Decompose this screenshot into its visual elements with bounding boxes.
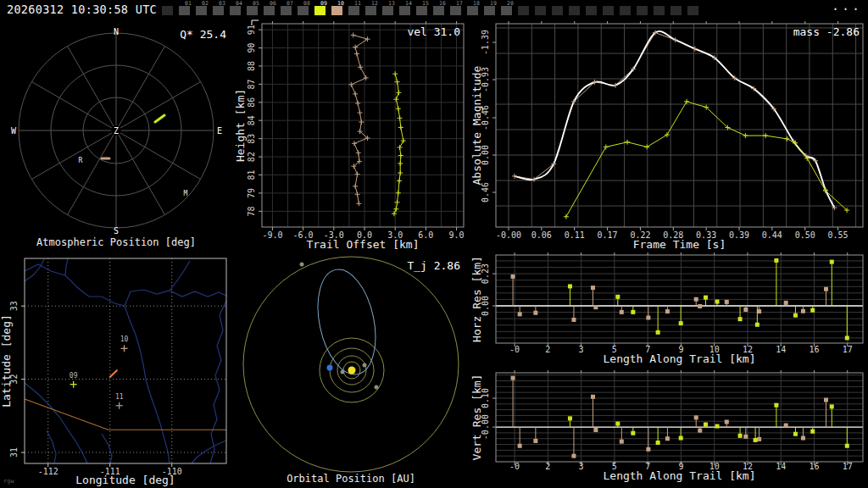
stem-marker bbox=[743, 435, 748, 439]
frame-cell-16[interactable]: 16 bbox=[433, 1, 450, 19]
frame-box bbox=[670, 6, 682, 15]
frame-box bbox=[382, 6, 393, 15]
light-curve-chart: -0.000.060.110.170.220.280.330.390.440.5… bbox=[470, 21, 863, 251]
trail-offset-chart: -9.0-6.0-3.00.03.06.09.09190888786848382… bbox=[234, 21, 465, 251]
x-tick-label: 2 bbox=[545, 462, 550, 471]
stem-marker bbox=[631, 310, 635, 314]
stem-marker bbox=[801, 309, 805, 313]
frame-cell-06[interactable]: 06 bbox=[264, 1, 281, 19]
stem-marker bbox=[757, 437, 761, 441]
frame-cell-blank-30[interactable] bbox=[670, 1, 687, 19]
sky-object-label-M: M bbox=[184, 190, 188, 197]
stem-marker bbox=[620, 440, 624, 444]
frame-cell-03[interactable]: 03 bbox=[213, 1, 230, 19]
frame-cell-blank-23[interactable] bbox=[552, 1, 569, 19]
stem-marker bbox=[518, 444, 522, 448]
frame-cell-02[interactable]: 02 bbox=[196, 1, 213, 19]
frame-cell-blank-31[interactable] bbox=[687, 1, 704, 19]
frame-cell-blank-29[interactable] bbox=[654, 1, 670, 19]
frame-cell-20[interactable]: 20 bbox=[501, 1, 518, 19]
x-tick-label: 0.44 bbox=[762, 230, 782, 240]
stem-marker bbox=[754, 438, 758, 442]
frame-box bbox=[450, 6, 461, 15]
stem-marker bbox=[665, 309, 670, 313]
stem-marker bbox=[591, 286, 595, 290]
planet-dot bbox=[341, 370, 345, 374]
x-axis-label: Frame Time [s] bbox=[633, 238, 726, 251]
stem-marker bbox=[615, 295, 620, 299]
river-line bbox=[65, 258, 68, 275]
frame-box bbox=[569, 6, 580, 15]
x-tick-label: 0.50 bbox=[795, 230, 815, 240]
river-line bbox=[192, 441, 226, 463]
earth-object-dot bbox=[327, 365, 333, 371]
stem-marker bbox=[824, 398, 828, 402]
frame-cell-blank-26[interactable] bbox=[603, 1, 620, 19]
frame-cell-10[interactable]: 10 bbox=[331, 1, 348, 19]
frame-cell-blank-27[interactable] bbox=[620, 1, 637, 19]
frame-cell-07[interactable]: 07 bbox=[281, 1, 298, 19]
frame-box bbox=[348, 6, 359, 15]
station-10-trail bbox=[348, 32, 370, 206]
frame-cell-blank-22[interactable] bbox=[535, 1, 552, 19]
frame-cell-blank-25[interactable] bbox=[586, 1, 603, 19]
stem-marker bbox=[698, 429, 702, 433]
vert-residuals-chart: -0235791012141617-0.000.10Length Along T… bbox=[470, 370, 863, 482]
frame-cell-05[interactable]: 05 bbox=[247, 1, 264, 19]
frame-box bbox=[281, 6, 292, 15]
y-tick-label: 86 bbox=[247, 97, 256, 108]
x-tick-label: -112 bbox=[38, 467, 58, 476]
chart-caption: Orbital Position [AU] bbox=[287, 473, 415, 485]
frame-cell-09[interactable]: 09 bbox=[314, 1, 331, 19]
x-tick-label: -9.0 bbox=[262, 230, 282, 240]
frame-cell-17[interactable]: 17 bbox=[450, 1, 467, 19]
frame-cell-12[interactable]: 12 bbox=[365, 1, 382, 19]
frame-cell-15[interactable]: 15 bbox=[416, 1, 433, 19]
frame-cell-01[interactable]: 01 bbox=[179, 1, 196, 19]
river-line bbox=[25, 259, 44, 281]
frame-cell-18[interactable]: 18 bbox=[467, 1, 484, 19]
frame-cell-blank-21[interactable] bbox=[518, 1, 535, 19]
meteor-streak bbox=[155, 115, 164, 122]
y-axis-label: Horz Res [km] bbox=[470, 256, 483, 342]
stem-marker bbox=[784, 301, 788, 305]
frame-cell-04[interactable]: 04 bbox=[230, 1, 247, 19]
stem-marker bbox=[774, 258, 778, 263]
jupiter-orbit bbox=[243, 257, 459, 472]
frame-box bbox=[213, 6, 224, 15]
stem-marker bbox=[694, 415, 698, 419]
stem-marker bbox=[665, 436, 670, 441]
x-axis-label: Trail Offset [km] bbox=[306, 238, 419, 251]
plots-canvas: ZNSEWRMQ* 25.4Atmospheric Position [deg]… bbox=[0, 0, 868, 488]
planet-dot bbox=[375, 385, 379, 390]
frame-cell-blank-24[interactable] bbox=[569, 1, 586, 19]
stem-marker bbox=[620, 310, 624, 314]
frame-cell-11[interactable]: 11 bbox=[348, 1, 365, 19]
frame-box bbox=[586, 6, 597, 15]
stem-marker bbox=[715, 424, 720, 429]
frame-cell-blank-0[interactable] bbox=[162, 1, 179, 19]
x-axis-label: Length Along Trail [km] bbox=[603, 352, 755, 365]
stem-marker bbox=[774, 403, 778, 408]
station-label: 09 bbox=[70, 372, 78, 380]
station-marker-10: 10 bbox=[120, 336, 129, 352]
compass-west-label: W bbox=[11, 126, 17, 136]
stem-marker bbox=[511, 376, 515, 380]
y-tick-label: 79 bbox=[247, 188, 256, 198]
x-tick-label: 14 bbox=[776, 345, 786, 354]
stem-marker bbox=[518, 312, 522, 316]
overflow-menu-button[interactable]: ... bbox=[832, 0, 862, 14]
stem-marker bbox=[824, 287, 828, 291]
frame-cell-blank-28[interactable] bbox=[637, 1, 654, 19]
stem-marker bbox=[725, 300, 729, 304]
frame-cell-14[interactable]: 14 bbox=[399, 1, 416, 19]
stem-marker bbox=[845, 444, 849, 448]
frame-cell-08[interactable]: 08 bbox=[298, 1, 314, 19]
stem-marker bbox=[533, 439, 537, 443]
planet-dot bbox=[363, 363, 367, 368]
stem-marker bbox=[571, 318, 576, 322]
x-tick-label: 16 bbox=[809, 345, 819, 354]
frame-cell-13[interactable]: 13 bbox=[382, 1, 399, 19]
frame-cell-19[interactable]: 19 bbox=[484, 1, 501, 19]
stem-marker bbox=[615, 422, 620, 426]
